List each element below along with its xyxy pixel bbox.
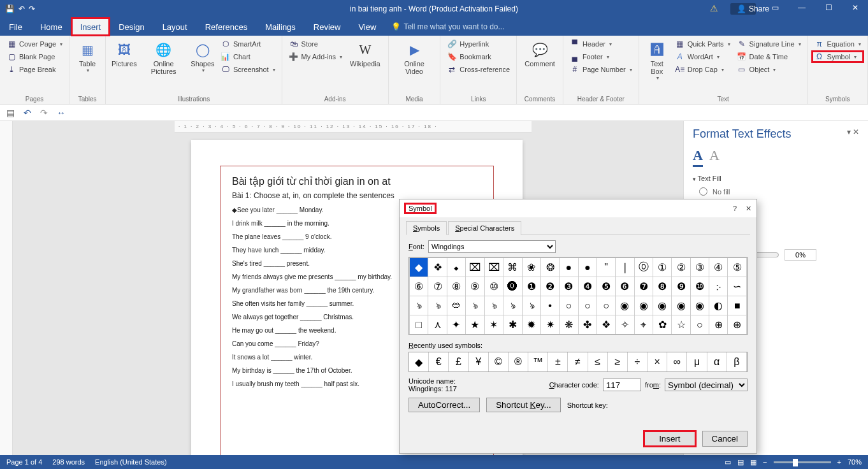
symbol-cell[interactable]: ⊕ (728, 315, 747, 335)
character-code-input[interactable] (603, 379, 641, 391)
cover-page-button[interactable]: ▦Cover Page▾ (4, 38, 65, 50)
symbol-cell[interactable]: ◆ (410, 258, 428, 277)
symbol-cell[interactable]: ④ (709, 258, 728, 277)
tab-review[interactable]: Review (305, 18, 350, 36)
symbol-cell[interactable]: ঌ (410, 296, 428, 315)
symbol-cell[interactable]: ○ (560, 296, 578, 315)
recent-symbol[interactable]: β (727, 352, 747, 372)
symbol-cell[interactable]: ⊕ (709, 315, 728, 335)
symbol-cell[interactable]: ঌ (484, 296, 503, 315)
page-indicator[interactable]: Page 1 of 4 (6, 458, 42, 466)
online-video-button[interactable]: ▶Online Video (393, 38, 437, 94)
recent-symbol[interactable]: ÷ (628, 352, 647, 372)
symbol-cell[interactable]: ⑤ (728, 258, 747, 277)
recent-symbol[interactable]: ∞ (667, 352, 687, 372)
close-icon[interactable]: ✕ (843, 3, 868, 15)
table-button[interactable]: ▦Table▾ (73, 38, 101, 94)
symbol-cell[interactable]: ೞ (447, 296, 465, 315)
symbol-cell[interactable]: ① (653, 258, 672, 277)
symbol-cell[interactable]: ⌖ (634, 315, 653, 335)
touch-mode-icon[interactable]: ↔ (57, 108, 66, 118)
tab-file[interactable]: File (0, 18, 31, 36)
symbol-cell[interactable]: ⋏ (428, 315, 447, 335)
symbol-cell[interactable]: ❸ (560, 277, 578, 296)
from-select[interactable]: Symbol (decimal) (665, 379, 748, 391)
recent-symbol[interactable]: ≥ (608, 352, 628, 372)
screenshot-button[interactable]: 🖵Screenshot▾ (218, 64, 278, 75)
recent-symbol[interactable]: α (707, 352, 727, 372)
symbol-cell[interactable]: ⑨ (466, 277, 485, 296)
symbol-cell[interactable]: ■ (728, 296, 747, 315)
symbol-cell[interactable]: ❾ (672, 277, 690, 296)
task-pane-pin-icon[interactable]: ▾ ✕ (847, 127, 859, 136)
chart-button[interactable]: 📊Chart (218, 51, 278, 62)
symbol-cell[interactable]: ❖ (597, 315, 615, 335)
object-button[interactable]: ▭Object▾ (734, 64, 804, 75)
symbol-cell[interactable]: ⬥ (447, 258, 465, 277)
tab-layout[interactable]: Layout (154, 18, 196, 36)
symbol-cell[interactable]: ② (672, 258, 690, 277)
text-fill-outline-tab-icon[interactable]: A (693, 147, 703, 167)
symbol-cell[interactable]: ☆ (672, 315, 690, 335)
save-icon[interactable]: 💾 (5, 4, 15, 13)
symbol-cell[interactable]: ✶ (484, 315, 503, 335)
wordart-button[interactable]: AWordArt▾ (672, 51, 733, 62)
recent-symbol[interactable]: ± (548, 352, 568, 372)
text-effects-tab-icon[interactable]: A (709, 147, 720, 167)
symbol-cell[interactable]: ❼ (634, 277, 653, 296)
cross-reference-button[interactable]: ⇄Cross-reference (444, 64, 512, 75)
symbol-cell[interactable]: ✦ (447, 315, 465, 335)
cancel-button[interactable]: Cancel (702, 431, 748, 447)
bookmark-button[interactable]: 🔖Bookmark (444, 51, 512, 62)
symbol-cell[interactable]: ❋ (560, 315, 578, 335)
language-indicator[interactable]: English (United States) (95, 458, 167, 466)
symbol-cell[interactable]: ⑩ (484, 277, 503, 296)
no-fill-radio[interactable] (699, 187, 707, 196)
symbol-cell[interactable]: ◉ (653, 296, 672, 315)
special-characters-tab[interactable]: Special Characters (448, 221, 521, 235)
ribbon-display-icon[interactable]: ▭ (762, 3, 788, 15)
recent-symbol[interactable]: ◆ (409, 352, 429, 372)
zoom-level[interactable]: 70% (848, 458, 862, 466)
recent-symbol[interactable]: ≠ (568, 352, 588, 372)
symbol-cell[interactable]: ✿ (653, 315, 672, 335)
symbol-cell[interactable]: ✤ (578, 315, 597, 335)
equation-button[interactable]: πEquation▾ (812, 38, 864, 50)
recent-symbol[interactable]: £ (449, 352, 468, 372)
symbol-cell[interactable]: ✹ (522, 315, 540, 335)
symbol-cell[interactable]: ★ (466, 315, 485, 335)
symbol-cell[interactable]: ○ (597, 296, 615, 315)
symbol-cell[interactable]: ✧ (616, 315, 634, 335)
symbol-cell[interactable]: ◉ (690, 296, 709, 315)
symbol-cell[interactable]: ঌ (522, 296, 540, 315)
symbol-cell[interactable]: " (597, 258, 615, 277)
symbols-tab[interactable]: Symbols (406, 221, 447, 235)
my-addins-button[interactable]: ➕My Add-ins▾ (286, 51, 345, 62)
zoom-out-icon[interactable]: − (763, 458, 767, 466)
symbol-cell[interactable]: ❶ (522, 277, 540, 296)
nav-pane-icon[interactable]: ▤ (6, 108, 15, 118)
insert-button[interactable]: Insert (644, 431, 695, 447)
wikipedia-button[interactable]: WWikipedia (346, 38, 384, 94)
symbol-cell[interactable]: ◉ (634, 296, 653, 315)
symbol-cell[interactable]: ✱ (503, 315, 522, 335)
header-button[interactable]: ▀Header▾ (567, 38, 635, 50)
tab-insert[interactable]: Insert (71, 18, 110, 36)
recent-symbol[interactable]: μ (687, 352, 707, 372)
dialog-close-icon[interactable]: ✕ (746, 205, 751, 213)
undo-icon[interactable]: ↶ (18, 4, 25, 13)
autocorrect-button[interactable]: AutoCorrect... (409, 398, 480, 412)
pictures-button[interactable]: 🖼Pictures (110, 38, 138, 94)
symbol-cell[interactable]: ⑧ (447, 277, 465, 296)
maximize-icon[interactable]: ☐ (816, 3, 841, 15)
share-button[interactable]: 👤 Share (730, 3, 756, 15)
symbol-cell[interactable]: • (540, 296, 559, 315)
symbol-cell[interactable]: ❘ (616, 258, 634, 277)
symbol-cell[interactable]: ◉ (616, 296, 634, 315)
minimize-icon[interactable]: — (789, 3, 814, 15)
undo-icon2[interactable]: ↶ (24, 108, 31, 118)
smartart-button[interactable]: ⬡SmartArt (218, 38, 278, 50)
doc-heading[interactable]: Bài tập giới từ chỉ thời gian in on at (232, 175, 482, 187)
symbol-cell[interactable]: ❷ (540, 277, 559, 296)
symbol-cell[interactable]: ● (560, 258, 578, 277)
